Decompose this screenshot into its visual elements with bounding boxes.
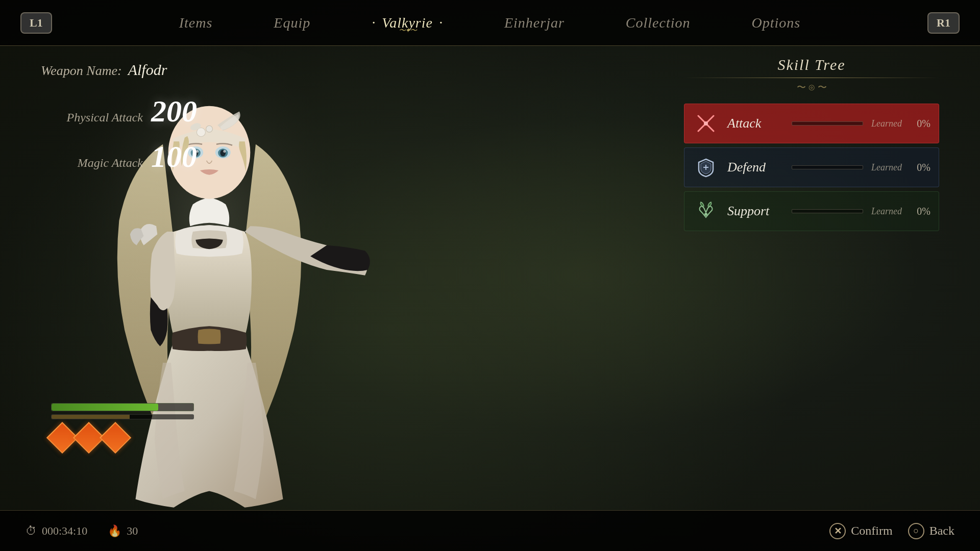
- physical-attack-row: Physical Attack 200: [41, 94, 197, 129]
- exp-bar-fill: [52, 415, 130, 419]
- support-learned-label: Learned: [871, 206, 902, 217]
- back-btn-icon: ○: [908, 523, 924, 539]
- bottom-right: ✕ Confirm ○ Back: [829, 523, 954, 539]
- support-skill-percent: 0%: [910, 206, 930, 217]
- support-icon: [693, 198, 719, 224]
- skill-row-support[interactable]: Support Learned 0%: [684, 191, 939, 231]
- back-action[interactable]: ○ Back: [908, 523, 954, 539]
- svg-point-12: [223, 150, 226, 153]
- attack-learned-label: Learned: [871, 118, 902, 129]
- confirm-label: Confirm: [851, 524, 892, 538]
- weapon-name-label: Weapon Name:: [41, 63, 122, 79]
- skill-row-defend[interactable]: Defend Learned 0%: [684, 147, 939, 187]
- defend-skill-percent: 0%: [910, 162, 930, 173]
- weapon-name-value: Alfodr: [128, 61, 167, 79]
- r1-button[interactable]: R1: [927, 12, 960, 34]
- skill-tree-panel: Skill Tree 〜 ⊙ 〜 Attack Learned 0%: [684, 56, 939, 235]
- magic-attack-label: Magic Attack: [41, 156, 143, 170]
- l1-button[interactable]: L1: [20, 12, 52, 34]
- svg-point-3: [206, 126, 213, 132]
- defend-skill-bar: [792, 165, 863, 169]
- magic-attack-row: Magic Attack 100: [41, 139, 197, 174]
- gem-3: [100, 422, 131, 454]
- magic-attack-value: 100: [151, 139, 197, 174]
- attack-skill-percent: 0%: [910, 118, 930, 130]
- tab-collection[interactable]: Collection: [595, 15, 721, 31]
- back-label: Back: [929, 524, 954, 538]
- tab-items[interactable]: Items: [149, 15, 243, 31]
- fire-display: 🔥 30: [108, 524, 138, 538]
- nav-bar: L1 Items Equip Valkyrie 〜✦〜 Einherjar Co…: [0, 0, 980, 46]
- tab-options[interactable]: Options: [721, 15, 831, 31]
- skill-row-attack[interactable]: Attack Learned 0%: [684, 104, 939, 143]
- hp-bar: [51, 403, 194, 411]
- time-value: 000:34:10: [42, 524, 87, 538]
- svg-point-18: [704, 213, 707, 216]
- svg-point-15: [704, 121, 708, 126]
- defend-icon: [693, 154, 719, 181]
- confirm-btn-icon: ✕: [829, 523, 846, 539]
- skill-tree-divider: [684, 78, 939, 78]
- defend-skill-name: Defend: [727, 160, 783, 175]
- defend-learned-label: Learned: [871, 162, 902, 173]
- confirm-action[interactable]: ✕ Confirm: [829, 523, 892, 539]
- exp-bar: [51, 414, 194, 419]
- skill-tree-ornament: 〜 ⊙ 〜: [684, 81, 939, 93]
- physical-attack-value: 200: [151, 94, 197, 129]
- tab-equip[interactable]: Equip: [243, 15, 341, 31]
- character-info: Weapon Name: Alfodr Physical Attack 200 …: [41, 61, 197, 185]
- tab-einherjar[interactable]: Einherjar: [474, 15, 595, 31]
- fire-icon: 🔥: [108, 524, 121, 538]
- attack-skill-name: Attack: [727, 116, 783, 131]
- support-skill-bar: [792, 209, 863, 213]
- support-skill-name: Support: [727, 204, 783, 219]
- tab-valkyrie[interactable]: Valkyrie 〜✦〜: [341, 15, 474, 31]
- physical-attack-label: Physical Attack: [41, 111, 143, 124]
- fire-value: 30: [127, 524, 138, 538]
- weapon-name-row: Weapon Name: Alfodr: [41, 61, 197, 79]
- gems-row: [51, 427, 194, 449]
- attack-skill-bar: [792, 121, 863, 126]
- active-tab-decoration: 〜✦〜: [399, 26, 416, 35]
- clock-icon: ⏱: [26, 524, 37, 538]
- nav-tabs: Items Equip Valkyrie 〜✦〜 Einherjar Colle…: [52, 15, 927, 31]
- bottom-left: ⏱ 000:34:10 🔥 30: [26, 524, 138, 538]
- time-display: ⏱ 000:34:10: [26, 524, 87, 538]
- skill-tree-title: Skill Tree: [684, 56, 939, 73]
- main-content: Weapon Name: Alfodr Physical Attack 200 …: [0, 46, 980, 510]
- attack-icon: [693, 110, 719, 137]
- status-bars: [51, 403, 194, 449]
- bottom-bar: ⏱ 000:34:10 🔥 30 ✕ Confirm ○ Back: [0, 510, 980, 551]
- hp-bar-fill: [52, 404, 158, 411]
